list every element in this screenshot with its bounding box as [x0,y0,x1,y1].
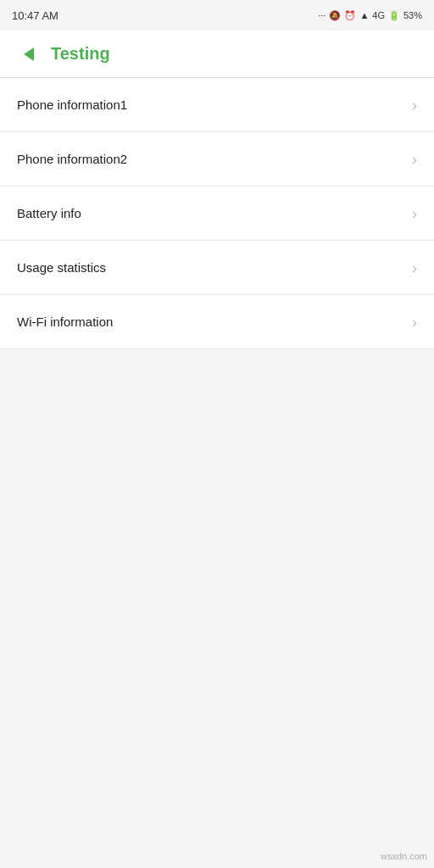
app-bar-title: Testing [51,44,110,64]
chevron-right-icon: › [412,206,417,221]
list-item-label-battery-info: Battery info [17,206,81,220]
app-bar: Testing [0,31,434,78]
list-item-label-usage-stats: Usage statistics [17,260,106,275]
chevron-right-icon: › [412,314,417,330]
watermark: wsxdn.com [381,851,427,861]
silent-icon: 🔕 [329,10,341,21]
signal-dots-icon: ··· [318,10,326,20]
list-item-label-phone-info-1: Phone information1 [17,97,127,112]
back-arrow-icon [24,47,34,61]
list-item-label-phone-info-2: Phone information2 [17,152,127,166]
list-item-phone-info-2[interactable]: Phone information2› [0,132,434,186]
chevron-right-icon: › [412,260,417,275]
alarm-icon: ⏰ [344,10,356,21]
list-item-phone-info-1[interactable]: Phone information1› [0,78,434,132]
battery-icon: 🔋 [388,10,400,21]
back-button[interactable] [14,39,44,70]
list-item-battery-info[interactable]: Battery info› [0,186,434,241]
chevron-right-icon: › [412,97,417,113]
menu-list: Phone information1›Phone information2›Ba… [0,78,434,349]
list-item-usage-stats[interactable]: Usage statistics› [0,241,434,295]
status-icons: ··· 🔕 ⏰ ▲ 4G 🔋 53% [318,10,422,21]
list-item-label-wifi-info: Wi-Fi information [17,314,113,329]
status-time: 10:47 AM [12,9,58,22]
chevron-right-icon: › [412,152,417,167]
list-item-wifi-info[interactable]: Wi-Fi information› [0,295,434,349]
signal-bars-icon: ▲ [359,10,369,20]
network-type-label: 4G [372,10,385,20]
battery-percent: 53% [403,10,422,20]
status-bar: 10:47 AM ··· 🔕 ⏰ ▲ 4G 🔋 53% [0,0,434,31]
